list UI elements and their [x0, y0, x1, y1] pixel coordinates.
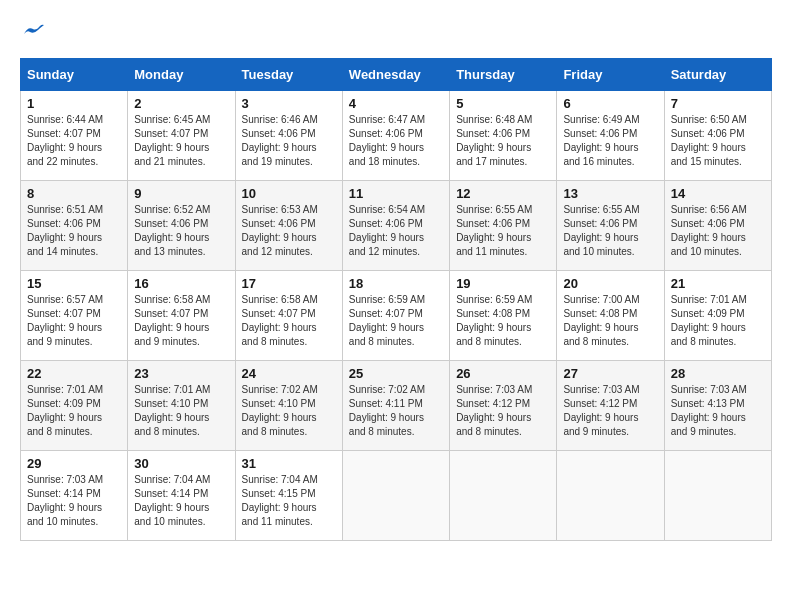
table-row: 1Sunrise: 6:44 AM Sunset: 4:07 PM Daylig… — [21, 91, 128, 181]
table-row — [342, 451, 449, 541]
table-row: 29Sunrise: 7:03 AM Sunset: 4:14 PM Dayli… — [21, 451, 128, 541]
day-number: 1 — [27, 96, 121, 111]
day-number: 11 — [349, 186, 443, 201]
day-info: Sunrise: 6:49 AM Sunset: 4:06 PM Dayligh… — [563, 113, 657, 169]
table-row: 30Sunrise: 7:04 AM Sunset: 4:14 PM Dayli… — [128, 451, 235, 541]
day-info: Sunrise: 7:03 AM Sunset: 4:14 PM Dayligh… — [27, 473, 121, 529]
calendar-header-row: Sunday Monday Tuesday Wednesday Thursday… — [21, 59, 772, 91]
table-row: 18Sunrise: 6:59 AM Sunset: 4:07 PM Dayli… — [342, 271, 449, 361]
table-row: 15Sunrise: 6:57 AM Sunset: 4:07 PM Dayli… — [21, 271, 128, 361]
day-info: Sunrise: 6:59 AM Sunset: 4:08 PM Dayligh… — [456, 293, 550, 349]
day-number: 26 — [456, 366, 550, 381]
day-info: Sunrise: 6:46 AM Sunset: 4:06 PM Dayligh… — [242, 113, 336, 169]
day-info: Sunrise: 6:58 AM Sunset: 4:07 PM Dayligh… — [134, 293, 228, 349]
day-number: 20 — [563, 276, 657, 291]
day-info: Sunrise: 6:54 AM Sunset: 4:06 PM Dayligh… — [349, 203, 443, 259]
table-row: 12Sunrise: 6:55 AM Sunset: 4:06 PM Dayli… — [450, 181, 557, 271]
day-info: Sunrise: 7:01 AM Sunset: 4:09 PM Dayligh… — [27, 383, 121, 439]
table-row: 23Sunrise: 7:01 AM Sunset: 4:10 PM Dayli… — [128, 361, 235, 451]
table-row: 22Sunrise: 7:01 AM Sunset: 4:09 PM Dayli… — [21, 361, 128, 451]
table-row: 13Sunrise: 6:55 AM Sunset: 4:06 PM Dayli… — [557, 181, 664, 271]
day-number: 23 — [134, 366, 228, 381]
day-info: Sunrise: 6:57 AM Sunset: 4:07 PM Dayligh… — [27, 293, 121, 349]
col-saturday: Saturday — [664, 59, 771, 91]
table-row: 20Sunrise: 7:00 AM Sunset: 4:08 PM Dayli… — [557, 271, 664, 361]
logo-top — [20, 20, 44, 42]
day-number: 25 — [349, 366, 443, 381]
day-number: 28 — [671, 366, 765, 381]
day-info: Sunrise: 7:02 AM Sunset: 4:11 PM Dayligh… — [349, 383, 443, 439]
day-number: 14 — [671, 186, 765, 201]
day-number: 22 — [27, 366, 121, 381]
day-number: 3 — [242, 96, 336, 111]
table-row — [664, 451, 771, 541]
table-row: 24Sunrise: 7:02 AM Sunset: 4:10 PM Dayli… — [235, 361, 342, 451]
table-row: 27Sunrise: 7:03 AM Sunset: 4:12 PM Dayli… — [557, 361, 664, 451]
day-info: Sunrise: 6:44 AM Sunset: 4:07 PM Dayligh… — [27, 113, 121, 169]
day-number: 12 — [456, 186, 550, 201]
day-info: Sunrise: 6:52 AM Sunset: 4:06 PM Dayligh… — [134, 203, 228, 259]
col-wednesday: Wednesday — [342, 59, 449, 91]
calendar-week-row: 22Sunrise: 7:01 AM Sunset: 4:09 PM Dayli… — [21, 361, 772, 451]
table-row: 2Sunrise: 6:45 AM Sunset: 4:07 PM Daylig… — [128, 91, 235, 181]
logo-bird-inline — [22, 20, 44, 42]
col-friday: Friday — [557, 59, 664, 91]
day-number: 16 — [134, 276, 228, 291]
day-number: 31 — [242, 456, 336, 471]
day-number: 15 — [27, 276, 121, 291]
table-row: 16Sunrise: 6:58 AM Sunset: 4:07 PM Dayli… — [128, 271, 235, 361]
calendar-week-row: 8Sunrise: 6:51 AM Sunset: 4:06 PM Daylig… — [21, 181, 772, 271]
day-info: Sunrise: 6:47 AM Sunset: 4:06 PM Dayligh… — [349, 113, 443, 169]
day-number: 17 — [242, 276, 336, 291]
day-info: Sunrise: 7:03 AM Sunset: 4:12 PM Dayligh… — [563, 383, 657, 439]
table-row: 5Sunrise: 6:48 AM Sunset: 4:06 PM Daylig… — [450, 91, 557, 181]
day-number: 18 — [349, 276, 443, 291]
col-thursday: Thursday — [450, 59, 557, 91]
calendar-table: Sunday Monday Tuesday Wednesday Thursday… — [20, 58, 772, 541]
day-number: 7 — [671, 96, 765, 111]
table-row: 3Sunrise: 6:46 AM Sunset: 4:06 PM Daylig… — [235, 91, 342, 181]
day-number: 5 — [456, 96, 550, 111]
day-info: Sunrise: 7:01 AM Sunset: 4:10 PM Dayligh… — [134, 383, 228, 439]
day-number: 10 — [242, 186, 336, 201]
col-sunday: Sunday — [21, 59, 128, 91]
table-row: 19Sunrise: 6:59 AM Sunset: 4:08 PM Dayli… — [450, 271, 557, 361]
day-info: Sunrise: 6:50 AM Sunset: 4:06 PM Dayligh… — [671, 113, 765, 169]
day-info: Sunrise: 6:51 AM Sunset: 4:06 PM Dayligh… — [27, 203, 121, 259]
logo — [20, 20, 44, 42]
table-row: 8Sunrise: 6:51 AM Sunset: 4:06 PM Daylig… — [21, 181, 128, 271]
table-row: 4Sunrise: 6:47 AM Sunset: 4:06 PM Daylig… — [342, 91, 449, 181]
day-number: 19 — [456, 276, 550, 291]
day-info: Sunrise: 7:00 AM Sunset: 4:08 PM Dayligh… — [563, 293, 657, 349]
day-number: 21 — [671, 276, 765, 291]
calendar-week-row: 1Sunrise: 6:44 AM Sunset: 4:07 PM Daylig… — [21, 91, 772, 181]
day-info: Sunrise: 6:55 AM Sunset: 4:06 PM Dayligh… — [563, 203, 657, 259]
day-number: 13 — [563, 186, 657, 201]
day-number: 27 — [563, 366, 657, 381]
day-info: Sunrise: 7:04 AM Sunset: 4:14 PM Dayligh… — [134, 473, 228, 529]
col-monday: Monday — [128, 59, 235, 91]
table-row: 11Sunrise: 6:54 AM Sunset: 4:06 PM Dayli… — [342, 181, 449, 271]
day-number: 29 — [27, 456, 121, 471]
logo-name — [20, 20, 44, 42]
day-number: 4 — [349, 96, 443, 111]
day-info: Sunrise: 7:04 AM Sunset: 4:15 PM Dayligh… — [242, 473, 336, 529]
table-row: 10Sunrise: 6:53 AM Sunset: 4:06 PM Dayli… — [235, 181, 342, 271]
day-info: Sunrise: 7:01 AM Sunset: 4:09 PM Dayligh… — [671, 293, 765, 349]
day-info: Sunrise: 7:03 AM Sunset: 4:13 PM Dayligh… — [671, 383, 765, 439]
day-info: Sunrise: 6:53 AM Sunset: 4:06 PM Dayligh… — [242, 203, 336, 259]
table-row — [557, 451, 664, 541]
day-info: Sunrise: 6:58 AM Sunset: 4:07 PM Dayligh… — [242, 293, 336, 349]
day-info: Sunrise: 6:48 AM Sunset: 4:06 PM Dayligh… — [456, 113, 550, 169]
table-row: 21Sunrise: 7:01 AM Sunset: 4:09 PM Dayli… — [664, 271, 771, 361]
page-header — [20, 20, 772, 42]
day-info: Sunrise: 6:55 AM Sunset: 4:06 PM Dayligh… — [456, 203, 550, 259]
day-info: Sunrise: 6:56 AM Sunset: 4:06 PM Dayligh… — [671, 203, 765, 259]
col-tuesday: Tuesday — [235, 59, 342, 91]
day-number: 8 — [27, 186, 121, 201]
table-row: 26Sunrise: 7:03 AM Sunset: 4:12 PM Dayli… — [450, 361, 557, 451]
day-number: 30 — [134, 456, 228, 471]
table-row: 7Sunrise: 6:50 AM Sunset: 4:06 PM Daylig… — [664, 91, 771, 181]
day-info: Sunrise: 6:59 AM Sunset: 4:07 PM Dayligh… — [349, 293, 443, 349]
table-row: 31Sunrise: 7:04 AM Sunset: 4:15 PM Dayli… — [235, 451, 342, 541]
